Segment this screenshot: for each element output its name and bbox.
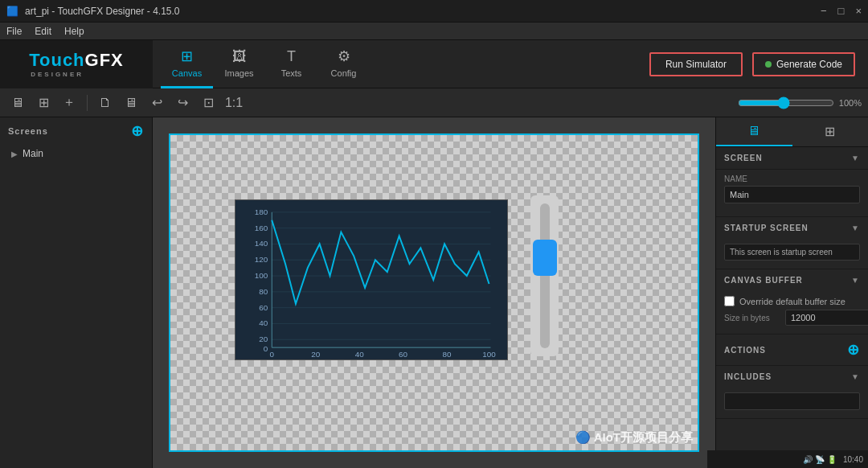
svg-text:140: 140 <box>255 239 268 248</box>
main-layout: Screens ⊕ ▶ Main <box>0 117 868 468</box>
canvas-inner[interactable]: 180 160 140 120 100 80 60 40 20 0 0 <box>169 133 699 452</box>
svg-text:160: 160 <box>255 224 268 232</box>
taskbar: 🔊 📡 🔋 10:40 <box>707 450 868 468</box>
right-tab-layer[interactable]: ⊞ <box>792 117 869 146</box>
menu-help[interactable]: Help <box>64 26 84 37</box>
name-section: NAME <box>716 170 868 217</box>
close-button[interactable]: × <box>855 5 862 17</box>
startup-chevron-icon: ▼ <box>851 224 860 232</box>
separator-1 <box>87 95 88 111</box>
includes-input[interactable] <box>724 392 860 410</box>
svg-text:40: 40 <box>259 318 268 327</box>
minimize-button[interactable]: − <box>821 5 827 17</box>
svg-text:20: 20 <box>259 335 268 343</box>
add-screen-button[interactable]: ⊕ <box>131 124 144 138</box>
taskbar-icons: 🔊 📡 🔋 <box>803 455 837 464</box>
logo-area: TouchGFX DESIGNER <box>0 40 153 88</box>
chart-svg: 180 160 140 120 100 80 60 40 20 0 0 <box>235 200 507 359</box>
name-field: NAME <box>724 174 860 203</box>
includes-header[interactable]: INCLUDES ▼ <box>716 366 868 388</box>
slider-widget[interactable] <box>530 195 559 356</box>
screen-item-main[interactable]: ▶ Main <box>0 145 152 162</box>
canvas-buffer-label: CANVAS BUFFER <box>724 276 803 285</box>
menu-file[interactable]: File <box>6 26 22 37</box>
canvas-buffer-header[interactable]: CANVAS BUFFER ▼ <box>716 269 868 291</box>
zoom-area: 100% <box>738 96 862 109</box>
startup-section-header[interactable]: STARTUP SCREEN ▼ <box>716 217 868 239</box>
svg-text:0: 0 <box>264 344 268 353</box>
app-icon: 🟦 <box>6 6 18 17</box>
svg-text:120: 120 <box>255 255 268 264</box>
actions-header: ACTIONS ⊕ <box>716 335 868 365</box>
svg-text:80: 80 <box>443 350 452 359</box>
run-simulator-button[interactable]: Run Simulator <box>649 52 743 76</box>
taskbar-time: 10:40 <box>843 455 863 464</box>
startup-value: This screen is startup screen <box>724 244 860 261</box>
svg-text:20: 20 <box>311 350 320 359</box>
zoom-slider[interactable] <box>738 96 834 109</box>
add-action-button[interactable]: ⊕ <box>847 341 860 359</box>
monitor-button[interactable]: 🖥 <box>120 92 142 114</box>
logo-text: TouchGFX DESIGNER <box>29 50 124 78</box>
size-input[interactable] <box>785 310 868 326</box>
canvas-buffer-chevron-icon: ▼ <box>851 276 860 285</box>
zoom-value: 100% <box>839 98 862 108</box>
screen-section-header[interactable]: SCREEN ▼ <box>716 147 868 169</box>
chart-widget[interactable]: 180 160 140 120 100 80 60 40 20 0 0 <box>235 199 508 360</box>
right-tabs: 🖥 ⊞ <box>716 117 868 147</box>
tab-canvas[interactable]: ⊞ Canvas <box>161 40 213 88</box>
override-checkbox[interactable] <box>724 296 735 306</box>
tab-images[interactable]: 🖼 Images <box>213 40 265 88</box>
slider-track <box>540 203 550 348</box>
screen-chevron-icon: ▼ <box>851 154 860 162</box>
svg-text:100: 100 <box>482 350 496 359</box>
screen-item-label: Main <box>23 148 43 159</box>
canvas-icon: ⊞ <box>181 47 193 65</box>
fit-button[interactable]: ⊡ <box>197 92 219 114</box>
svg-rect-0 <box>236 200 507 359</box>
zoom-fit-button[interactable]: 1:1 <box>223 92 245 114</box>
includes-content <box>716 388 868 418</box>
undo-button[interactable]: ↩ <box>145 92 168 114</box>
status-dot <box>765 61 772 68</box>
override-row: Override default buffer size <box>724 296 860 306</box>
includes-label: INCLUDES <box>724 372 772 381</box>
includes-section: INCLUDES ▼ <box>716 366 868 419</box>
svg-text:80: 80 <box>259 287 268 296</box>
menu-edit[interactable]: Edit <box>35 26 51 37</box>
titlebar-left: 🟦 art_pi - TouchGFX Designer - 4.15.0 <box>6 6 180 17</box>
nav-tabs: ⊞ Canvas 🖼 Images T Texts ⚙ Config <box>161 40 370 88</box>
size-label: Size in bytes <box>724 314 780 322</box>
images-icon: 🖼 <box>232 48 247 65</box>
tab-texts[interactable]: T Texts <box>265 40 317 88</box>
texts-icon: T <box>287 48 296 65</box>
screen-view-button[interactable]: 🖥 <box>6 92 29 114</box>
slider-thumb[interactable] <box>533 240 557 276</box>
redo-button[interactable]: ↪ <box>171 92 194 114</box>
startup-section: STARTUP SCREEN ▼ This screen is startup … <box>716 217 868 269</box>
titlebar-controls: − □ × <box>821 5 862 17</box>
right-panel: 🖥 ⊞ SCREEN ▼ NAME STARTUP SCREEN ▼ <box>715 117 868 468</box>
maximize-button[interactable]: □ <box>838 5 845 17</box>
image-tool-button[interactable]: 🗋 <box>94 92 117 114</box>
svg-text:60: 60 <box>399 350 407 359</box>
topbar: TouchGFX DESIGNER ⊞ Canvas 🖼 Images T Te… <box>0 40 868 88</box>
actions-section: ACTIONS ⊕ <box>716 335 868 366</box>
tab-config[interactable]: ⚙ Config <box>317 40 370 88</box>
startup-label: STARTUP SCREEN <box>724 224 809 232</box>
grid-view-button[interactable]: ⊞ <box>32 92 55 114</box>
secondary-toolbar: 🖥 ⊞ ＋ 🗋 🖥 ↩ ↪ ⊡ 1:1 100% <box>0 88 868 117</box>
left-panel: Screens ⊕ ▶ Main <box>0 117 153 468</box>
add-widget-button[interactable]: ＋ <box>58 92 80 114</box>
override-label: Override default buffer size <box>739 297 845 306</box>
right-tab-screen[interactable]: 🖥 <box>716 117 792 146</box>
canvas-area: 180 160 140 120 100 80 60 40 20 0 0 <box>153 117 715 468</box>
includes-chevron-icon: ▼ <box>851 372 860 381</box>
screens-label: Screens <box>8 126 48 136</box>
screen-section: SCREEN ▼ <box>716 147 868 170</box>
logo-designer: DESIGNER <box>31 71 124 78</box>
name-input[interactable] <box>724 186 860 203</box>
name-label: NAME <box>724 174 860 183</box>
generate-code-button[interactable]: Generate Code <box>752 52 855 76</box>
actions-label: ACTIONS <box>724 346 766 355</box>
